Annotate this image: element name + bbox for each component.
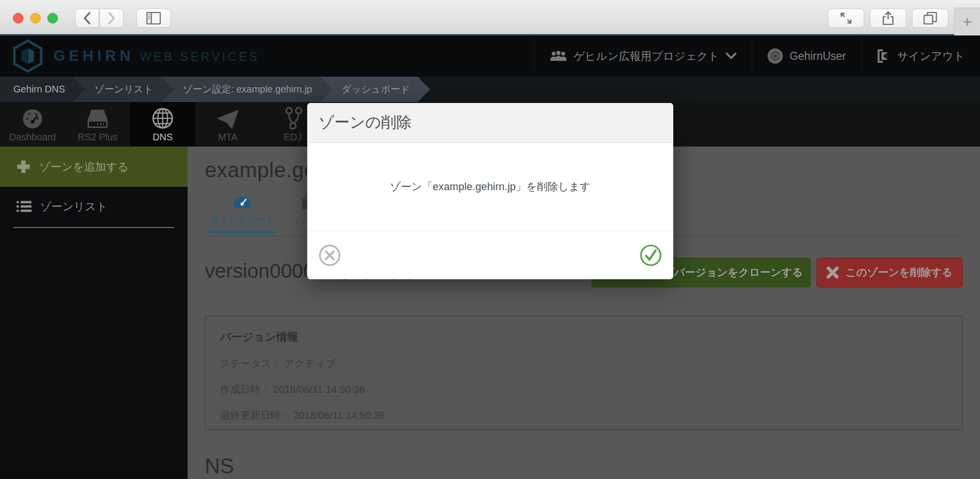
browser-chrome: + (0, 0, 980, 35)
sidebar-item-add-zone[interactable]: ゾーンを追加する (0, 147, 188, 187)
users-group-icon (550, 50, 567, 62)
modal-message: ゾーン「example.gehirn.jp」を削除します (390, 180, 590, 194)
avatar-hexagon-icon (771, 51, 780, 61)
chevron-down-icon (726, 53, 736, 59)
version-info-panel: バージョン情報 ステータス：アクティブ 作成日時：2018/06/11 14:5… (205, 315, 963, 430)
brand-name: GEHIRN (54, 47, 134, 65)
avatar (768, 48, 783, 64)
gauge-icon (233, 193, 252, 210)
sidebar-panel-icon (146, 12, 161, 24)
delete-button-label: このゾーンを削除する (846, 265, 953, 280)
nav-label: EDJ (284, 132, 302, 143)
sidebar-item-label: ゾーンリスト (40, 199, 108, 214)
sidebar-item-label: ゾーンを追加する (39, 160, 129, 174)
chevron-right-icon (108, 12, 115, 24)
sidebar: ゾーンを追加する ゾーンリスト (0, 147, 188, 479)
signout-button[interactable]: サインアウト (861, 35, 980, 77)
globe-icon (151, 107, 174, 130)
row-label: 最終更新日時： (220, 410, 290, 421)
plus-icon (16, 160, 31, 174)
check-icon (646, 251, 656, 260)
zoom-window-button[interactable] (47, 13, 58, 23)
breadcrumb-label: ゾーンリスト (95, 83, 153, 96)
browser-forward-button[interactable] (100, 9, 123, 28)
modal-header: ゾーンの削除 (307, 103, 673, 143)
breadcrumb-label: ダッシュボード (342, 83, 410, 96)
user-menu[interactable]: GehirnUser (752, 35, 861, 77)
breadcrumb-item-zone-settings[interactable]: ゾーン設定: example.gehirn.jp (161, 77, 332, 102)
breadcrumb-label: ゾーン設定: example.gehirn.jp (183, 83, 312, 96)
signout-label: サインアウト (897, 49, 965, 64)
modal-title: ゾーンの削除 (319, 112, 412, 133)
project-selector[interactable]: ゲヒルン広報用プロジェクト (534, 35, 752, 77)
username-label: GehirnUser (790, 50, 846, 63)
nav-label: RS2 Plus (78, 132, 117, 143)
breadcrumb-item-dashboard[interactable]: ダッシュボード (320, 77, 430, 102)
app-header: GEHIRN WEB SERVICES ゲヒルン広報用プロジェクト Gehirn… (0, 35, 980, 77)
fullscreen-button[interactable] (828, 9, 864, 28)
gehirn-hexagon-logo-icon (12, 39, 43, 73)
breadcrumb: Gehirn DNS ゾーンリスト ゾーン設定: example.gehirn.… (0, 77, 980, 102)
confirm-circle-button[interactable] (640, 244, 662, 266)
breadcrumb-item-gehirn-dns[interactable]: Gehirn DNS (0, 77, 85, 102)
gauge-icon (22, 108, 44, 130)
browser-back-button[interactable] (75, 9, 99, 28)
paper-plane-icon (216, 109, 240, 130)
x-icon (826, 266, 839, 279)
fullscreen-icon (840, 12, 852, 24)
breadcrumb-label: Gehirn DNS (13, 84, 65, 95)
sidebar-divider (13, 227, 174, 228)
nav-label: DNS (153, 132, 173, 143)
breadcrumb-item-zone-list[interactable]: ゾーンリスト (73, 77, 173, 102)
brand-suffix: WEB SERVICES (140, 48, 260, 64)
nav-label: MTA (218, 132, 238, 143)
close-window-button[interactable] (13, 13, 23, 23)
sidebar-toggle-button[interactable] (136, 9, 171, 28)
sidebar-item-zone-list[interactable]: ゾーンリスト (0, 187, 188, 226)
modal-body: ゾーン「example.gehirn.jp」を削除します (307, 143, 673, 231)
x-icon (326, 251, 334, 259)
tabs-icon (924, 12, 937, 24)
tab-label: ダッシュボード (210, 214, 275, 226)
nav-item-mta[interactable]: MTA (195, 102, 260, 147)
modal-footer (307, 231, 673, 279)
row-value: 2018/06/11 14:50:36 (293, 410, 385, 421)
tab-overview-button[interactable] (912, 9, 948, 28)
nav-label: Dashboard (9, 132, 56, 143)
new-tab-button[interactable]: + (954, 8, 980, 35)
list-icon (16, 200, 32, 213)
row-label: 作成日時： (220, 384, 270, 395)
signout-icon (877, 49, 891, 63)
delete-zone-button[interactable]: このゾーンを削除する (816, 258, 963, 287)
minimize-window-button[interactable] (30, 13, 41, 23)
row-value: 2018/06/11 14:50:36 (273, 384, 365, 395)
header-right-cluster: ゲヒルン広報用プロジェクト GehirnUser サインアウト (534, 35, 980, 77)
info-row-updated: 最終更新日時：2018/06/11 14:50:36 (220, 409, 947, 422)
panel-title: バージョン情報 (220, 330, 947, 344)
delete-zone-modal: ゾーンの削除 ゾーン「example.gehirn.jp」を削除します (307, 103, 673, 279)
project-name-label: ゲヒルン広報用プロジェクト (574, 49, 719, 64)
share-icon (882, 11, 894, 25)
active-tab-underline (210, 231, 275, 234)
share-button[interactable] (870, 9, 906, 28)
brand-logo: GEHIRN WEB SERVICES (12, 39, 259, 73)
git-branch-icon (283, 107, 302, 130)
nav-item-dns[interactable]: DNS (130, 102, 195, 147)
chevron-left-icon (83, 12, 91, 24)
server-icon (86, 108, 110, 130)
row-label: ステータス： (220, 358, 281, 369)
info-row-status: ステータス：アクティブ (220, 357, 947, 370)
info-row-created: 作成日時：2018/06/11 14:50:36 (220, 383, 947, 396)
tab-dashboard[interactable]: ダッシュボード (205, 191, 279, 236)
nav-item-dashboard[interactable]: Dashboard (0, 102, 65, 147)
plus-glyph: + (963, 12, 972, 31)
cancel-circle-button[interactable] (319, 244, 341, 266)
ns-section-heading: NS (205, 454, 963, 478)
nav-item-rs2-plus[interactable]: RS2 Plus (65, 102, 130, 147)
row-value: アクティブ (284, 358, 335, 369)
